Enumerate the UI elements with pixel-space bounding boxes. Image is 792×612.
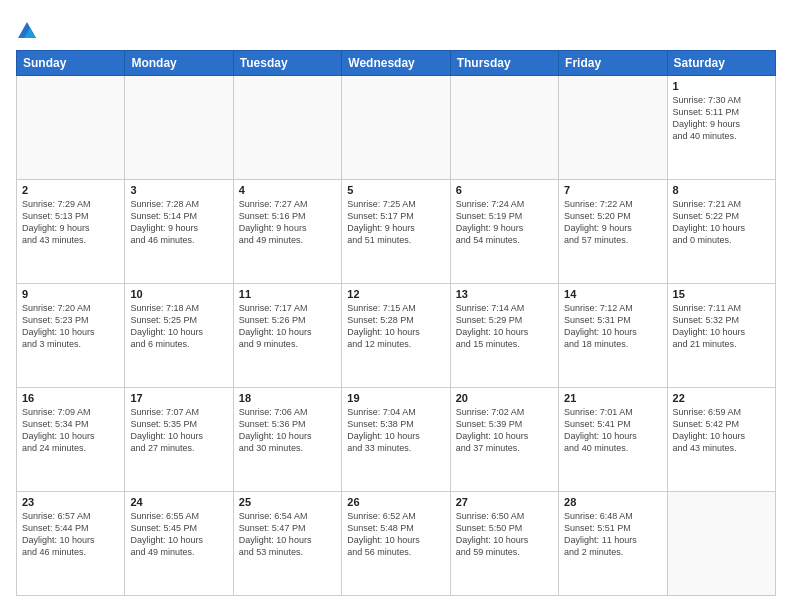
day-info: Sunrise: 7:09 AM Sunset: 5:34 PM Dayligh… xyxy=(22,406,119,455)
day-number: 4 xyxy=(239,184,336,196)
day-info: Sunrise: 7:02 AM Sunset: 5:39 PM Dayligh… xyxy=(456,406,553,455)
day-info: Sunrise: 7:20 AM Sunset: 5:23 PM Dayligh… xyxy=(22,302,119,351)
day-number: 27 xyxy=(456,496,553,508)
day-cell: 23Sunrise: 6:57 AM Sunset: 5:44 PM Dayli… xyxy=(17,492,125,596)
col-header-friday: Friday xyxy=(559,51,667,76)
logo xyxy=(16,20,42,42)
day-info: Sunrise: 7:18 AM Sunset: 5:25 PM Dayligh… xyxy=(130,302,227,351)
calendar-table: SundayMondayTuesdayWednesdayThursdayFrid… xyxy=(16,50,776,596)
day-number: 13 xyxy=(456,288,553,300)
day-cell: 9Sunrise: 7:20 AM Sunset: 5:23 PM Daylig… xyxy=(17,284,125,388)
week-row-4: 16Sunrise: 7:09 AM Sunset: 5:34 PM Dayli… xyxy=(17,388,776,492)
day-number: 23 xyxy=(22,496,119,508)
day-number: 18 xyxy=(239,392,336,404)
day-info: Sunrise: 7:25 AM Sunset: 5:17 PM Dayligh… xyxy=(347,198,444,247)
day-cell: 8Sunrise: 7:21 AM Sunset: 5:22 PM Daylig… xyxy=(667,180,775,284)
day-info: Sunrise: 6:48 AM Sunset: 5:51 PM Dayligh… xyxy=(564,510,661,559)
day-info: Sunrise: 7:15 AM Sunset: 5:28 PM Dayligh… xyxy=(347,302,444,351)
day-cell: 7Sunrise: 7:22 AM Sunset: 5:20 PM Daylig… xyxy=(559,180,667,284)
day-cell: 14Sunrise: 7:12 AM Sunset: 5:31 PM Dayli… xyxy=(559,284,667,388)
day-cell: 6Sunrise: 7:24 AM Sunset: 5:19 PM Daylig… xyxy=(450,180,558,284)
header xyxy=(16,16,776,42)
day-number: 10 xyxy=(130,288,227,300)
day-number: 3 xyxy=(130,184,227,196)
week-row-1: 1Sunrise: 7:30 AM Sunset: 5:11 PM Daylig… xyxy=(17,76,776,180)
day-number: 11 xyxy=(239,288,336,300)
col-header-tuesday: Tuesday xyxy=(233,51,341,76)
day-info: Sunrise: 7:30 AM Sunset: 5:11 PM Dayligh… xyxy=(673,94,770,143)
day-info: Sunrise: 6:52 AM Sunset: 5:48 PM Dayligh… xyxy=(347,510,444,559)
week-row-2: 2Sunrise: 7:29 AM Sunset: 5:13 PM Daylig… xyxy=(17,180,776,284)
col-header-monday: Monday xyxy=(125,51,233,76)
day-info: Sunrise: 7:14 AM Sunset: 5:29 PM Dayligh… xyxy=(456,302,553,351)
day-cell xyxy=(17,76,125,180)
day-cell: 4Sunrise: 7:27 AM Sunset: 5:16 PM Daylig… xyxy=(233,180,341,284)
day-number: 5 xyxy=(347,184,444,196)
day-number: 8 xyxy=(673,184,770,196)
day-cell xyxy=(233,76,341,180)
day-cell xyxy=(667,492,775,596)
day-number: 24 xyxy=(130,496,227,508)
day-number: 6 xyxy=(456,184,553,196)
day-cell xyxy=(450,76,558,180)
day-number: 25 xyxy=(239,496,336,508)
day-cell: 16Sunrise: 7:09 AM Sunset: 5:34 PM Dayli… xyxy=(17,388,125,492)
day-number: 7 xyxy=(564,184,661,196)
day-info: Sunrise: 7:21 AM Sunset: 5:22 PM Dayligh… xyxy=(673,198,770,247)
col-header-sunday: Sunday xyxy=(17,51,125,76)
day-info: Sunrise: 6:59 AM Sunset: 5:42 PM Dayligh… xyxy=(673,406,770,455)
header-row: SundayMondayTuesdayWednesdayThursdayFrid… xyxy=(17,51,776,76)
day-info: Sunrise: 6:54 AM Sunset: 5:47 PM Dayligh… xyxy=(239,510,336,559)
day-cell: 3Sunrise: 7:28 AM Sunset: 5:14 PM Daylig… xyxy=(125,180,233,284)
day-info: Sunrise: 7:29 AM Sunset: 5:13 PM Dayligh… xyxy=(22,198,119,247)
day-cell: 28Sunrise: 6:48 AM Sunset: 5:51 PM Dayli… xyxy=(559,492,667,596)
day-cell: 21Sunrise: 7:01 AM Sunset: 5:41 PM Dayli… xyxy=(559,388,667,492)
logo-icon xyxy=(16,20,38,42)
col-header-wednesday: Wednesday xyxy=(342,51,450,76)
day-cell: 20Sunrise: 7:02 AM Sunset: 5:39 PM Dayli… xyxy=(450,388,558,492)
day-cell: 25Sunrise: 6:54 AM Sunset: 5:47 PM Dayli… xyxy=(233,492,341,596)
day-number: 2 xyxy=(22,184,119,196)
day-number: 22 xyxy=(673,392,770,404)
day-number: 9 xyxy=(22,288,119,300)
day-info: Sunrise: 7:24 AM Sunset: 5:19 PM Dayligh… xyxy=(456,198,553,247)
day-info: Sunrise: 7:06 AM Sunset: 5:36 PM Dayligh… xyxy=(239,406,336,455)
day-number: 20 xyxy=(456,392,553,404)
day-cell: 22Sunrise: 6:59 AM Sunset: 5:42 PM Dayli… xyxy=(667,388,775,492)
day-cell: 12Sunrise: 7:15 AM Sunset: 5:28 PM Dayli… xyxy=(342,284,450,388)
day-cell: 2Sunrise: 7:29 AM Sunset: 5:13 PM Daylig… xyxy=(17,180,125,284)
day-cell xyxy=(342,76,450,180)
day-number: 12 xyxy=(347,288,444,300)
day-number: 17 xyxy=(130,392,227,404)
day-info: Sunrise: 7:04 AM Sunset: 5:38 PM Dayligh… xyxy=(347,406,444,455)
day-cell: 1Sunrise: 7:30 AM Sunset: 5:11 PM Daylig… xyxy=(667,76,775,180)
day-info: Sunrise: 7:17 AM Sunset: 5:26 PM Dayligh… xyxy=(239,302,336,351)
week-row-5: 23Sunrise: 6:57 AM Sunset: 5:44 PM Dayli… xyxy=(17,492,776,596)
day-number: 1 xyxy=(673,80,770,92)
day-number: 28 xyxy=(564,496,661,508)
day-cell: 13Sunrise: 7:14 AM Sunset: 5:29 PM Dayli… xyxy=(450,284,558,388)
day-cell xyxy=(125,76,233,180)
day-cell: 27Sunrise: 6:50 AM Sunset: 5:50 PM Dayli… xyxy=(450,492,558,596)
day-number: 26 xyxy=(347,496,444,508)
day-cell: 17Sunrise: 7:07 AM Sunset: 5:35 PM Dayli… xyxy=(125,388,233,492)
day-cell: 11Sunrise: 7:17 AM Sunset: 5:26 PM Dayli… xyxy=(233,284,341,388)
day-number: 16 xyxy=(22,392,119,404)
day-info: Sunrise: 6:55 AM Sunset: 5:45 PM Dayligh… xyxy=(130,510,227,559)
day-cell: 15Sunrise: 7:11 AM Sunset: 5:32 PM Dayli… xyxy=(667,284,775,388)
day-cell: 10Sunrise: 7:18 AM Sunset: 5:25 PM Dayli… xyxy=(125,284,233,388)
page: SundayMondayTuesdayWednesdayThursdayFrid… xyxy=(0,0,792,612)
day-number: 14 xyxy=(564,288,661,300)
day-cell xyxy=(559,76,667,180)
day-info: Sunrise: 7:01 AM Sunset: 5:41 PM Dayligh… xyxy=(564,406,661,455)
day-info: Sunrise: 7:27 AM Sunset: 5:16 PM Dayligh… xyxy=(239,198,336,247)
day-info: Sunrise: 6:50 AM Sunset: 5:50 PM Dayligh… xyxy=(456,510,553,559)
day-number: 15 xyxy=(673,288,770,300)
day-cell: 5Sunrise: 7:25 AM Sunset: 5:17 PM Daylig… xyxy=(342,180,450,284)
day-cell: 18Sunrise: 7:06 AM Sunset: 5:36 PM Dayli… xyxy=(233,388,341,492)
day-info: Sunrise: 7:28 AM Sunset: 5:14 PM Dayligh… xyxy=(130,198,227,247)
day-cell: 26Sunrise: 6:52 AM Sunset: 5:48 PM Dayli… xyxy=(342,492,450,596)
col-header-saturday: Saturday xyxy=(667,51,775,76)
day-info: Sunrise: 6:57 AM Sunset: 5:44 PM Dayligh… xyxy=(22,510,119,559)
day-info: Sunrise: 7:07 AM Sunset: 5:35 PM Dayligh… xyxy=(130,406,227,455)
